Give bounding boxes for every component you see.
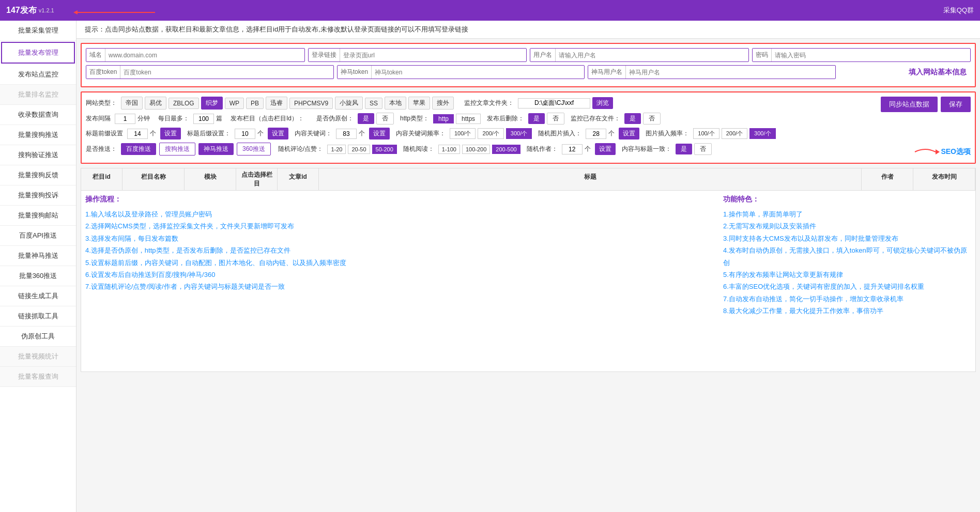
- sogou-push-btn[interactable]: 搜狗推送: [159, 143, 195, 156]
- shenma-user-input[interactable]: [626, 67, 835, 78]
- delete-yes-btn[interactable]: 是: [528, 113, 545, 124]
- password-label: 密码: [753, 49, 772, 61]
- feature-item-1: 1.操作简单，界面简单明了: [723, 208, 971, 220]
- browse-button[interactable]: 浏览: [592, 97, 613, 109]
- comment-50-200-btn[interactable]: 50-200: [372, 145, 397, 154]
- cms-pb[interactable]: PB: [246, 98, 264, 109]
- shenma-token-input[interactable]: [372, 67, 584, 78]
- col-publish-time: 发布时间: [913, 168, 975, 190]
- username-input[interactable]: [556, 50, 748, 61]
- img-freq-200-btn[interactable]: 200/个: [722, 128, 747, 139]
- keyword-set-btn[interactable]: 设置: [369, 128, 390, 139]
- title-prefix-input[interactable]: [127, 129, 148, 139]
- title-prefix-set-btn[interactable]: 设置: [160, 128, 181, 139]
- img-freq-100-btn[interactable]: 100/个: [693, 128, 719, 139]
- sidebar-item-link-grab[interactable]: 链接抓取工具: [0, 306, 76, 327]
- cms-zblog[interactable]: ZBLOG: [169, 98, 199, 109]
- fill-info-btn[interactable]: 填入网站基本信息: [839, 66, 971, 79]
- cms-xunrui[interactable]: 迅睿: [266, 97, 287, 110]
- comment-1-20-btn[interactable]: 1-20: [327, 145, 346, 154]
- keyword-input[interactable]: [336, 129, 357, 139]
- sidebar-item-sogou-verify[interactable]: 搜狗验证推送: [0, 145, 76, 165]
- daily-max-input[interactable]: [193, 114, 214, 124]
- sidebar-item-link-gen[interactable]: 链接生成工具: [0, 286, 76, 306]
- baidu-push-btn[interactable]: 百度推送: [121, 143, 156, 155]
- basic-info-row1: 域名 登录链接 用户名 密码: [86, 48, 971, 62]
- monitor-yes-btn[interactable]: 是: [624, 113, 641, 124]
- login-input[interactable]: [340, 50, 527, 61]
- sidebar-item-customer: 批量客服查询: [0, 367, 76, 387]
- shenma-user-label: 神马用户名: [588, 66, 626, 79]
- feature-item-6: 6.丰富的SEO优化选项，关键词有密度的加入，提升关键词排名权重: [723, 281, 971, 292]
- comment-20-50-btn[interactable]: 20-50: [348, 145, 370, 154]
- arrow-annotation: [72, 3, 165, 18]
- shenma-push-btn[interactable]: 神马推送: [198, 143, 234, 155]
- img-freq-300-btn[interactable]: 300/个: [749, 128, 775, 139]
- author-input[interactable]: [562, 144, 583, 154]
- monitor-no-btn[interactable]: 否: [643, 113, 661, 125]
- author-set-btn[interactable]: 设置: [595, 143, 616, 155]
- sidebar-item-monitor[interactable]: 发布站点监控: [0, 65, 76, 85]
- col-title: 标题: [319, 168, 862, 190]
- monitor-path-input[interactable]: [518, 98, 590, 108]
- sync-button[interactable]: 同步站点数据: [881, 97, 938, 112]
- baidu-token-field: 百度token: [86, 65, 334, 79]
- top-right-btns: 同步站点数据 保存: [881, 97, 971, 112]
- random-img-set-btn[interactable]: 设置: [619, 128, 639, 139]
- sidebar-item-sogou-push[interactable]: 批量搜狗推送: [0, 125, 76, 145]
- sidebar-item-pseudo[interactable]: 伪原创工具: [0, 327, 76, 347]
- cms-wp[interactable]: WP: [225, 98, 244, 109]
- sidebar-item-index[interactable]: 收录数据查询: [0, 105, 76, 125]
- monitor-label: 监控文章文件夹：: [464, 99, 514, 107]
- cms-ss[interactable]: SS: [365, 98, 382, 109]
- match-yes-btn[interactable]: 是: [676, 144, 692, 154]
- title-prefix-label: 标题前缀设置: [86, 129, 123, 138]
- sidebar-item-publish[interactable]: 批量发布管理: [1, 42, 75, 64]
- title-suffix-set-btn[interactable]: 设置: [268, 128, 288, 139]
- cms-local[interactable]: 本地: [385, 97, 406, 110]
- interval-input[interactable]: [115, 114, 135, 124]
- match-no-btn[interactable]: 否: [694, 143, 712, 155]
- keyword-label: 内容关键词：: [295, 129, 332, 138]
- sidebar-item-baidu-api[interactable]: 百度API推送: [0, 226, 76, 246]
- https-btn[interactable]: https: [456, 114, 481, 124]
- header-right-text[interactable]: 采集QQ群: [943, 6, 974, 15]
- cms-phpcmsv9[interactable]: PHPCMSV9: [289, 98, 333, 109]
- sidebar-item-sogou-feedback[interactable]: 批量搜狗反馈: [0, 165, 76, 185]
- keyword-freq-200-btn[interactable]: 200/个: [478, 128, 503, 139]
- sidebar-item-video: 批量视频统计: [0, 347, 76, 367]
- sidebar-item-collect[interactable]: 批量采集管理: [0, 21, 76, 41]
- delete-after-label: 发布后删除：: [487, 114, 524, 123]
- cms-dedecms[interactable]: 织梦: [201, 97, 223, 110]
- sidebar-item-sogou-complaint[interactable]: 批量搜狗投诉: [0, 185, 76, 206]
- push-360-btn[interactable]: 360推送: [237, 143, 271, 156]
- read-200-500-btn[interactable]: 200-500: [492, 145, 520, 154]
- author-unit: 个: [585, 145, 591, 153]
- cms-yiyou[interactable]: 易优: [145, 97, 166, 110]
- cms-empire[interactable]: 帝国: [121, 97, 143, 110]
- title-prefix-unit: 个: [150, 129, 156, 138]
- read-100-200-btn[interactable]: 100-200: [462, 145, 490, 154]
- cms-xiaoxuanfeng[interactable]: 小旋风: [335, 97, 363, 110]
- sidebar-item-sogou-mail[interactable]: 批量搜狗邮站: [0, 206, 76, 226]
- baidu-token-input[interactable]: [120, 67, 333, 78]
- read-1-100-btn[interactable]: 1-100: [438, 145, 460, 154]
- table-body: 操作流程： 1.输入域名以及登录路径，管理员账户密码 2.选择网站CMS类型，选…: [81, 191, 975, 371]
- sidebar-item-360[interactable]: 批量360推送: [0, 266, 76, 286]
- cms-apple[interactable]: 苹果: [408, 97, 430, 110]
- random-img-input[interactable]: [586, 129, 606, 139]
- domain-input[interactable]: [105, 50, 304, 61]
- http-btn[interactable]: http: [433, 114, 454, 123]
- title-suffix-input[interactable]: [235, 129, 255, 139]
- save-button[interactable]: 保存: [941, 97, 971, 112]
- fake-yes-btn[interactable]: 是: [358, 113, 374, 124]
- col-select-column: 点击选择栏目: [236, 168, 278, 190]
- password-input[interactable]: [772, 50, 971, 61]
- sidebar-item-shenma[interactable]: 批量神马推送: [0, 246, 76, 266]
- cms-souwai[interactable]: 搜外: [432, 97, 454, 110]
- fake-no-btn[interactable]: 否: [376, 113, 394, 125]
- keyword-freq-100-btn[interactable]: 100/个: [450, 128, 476, 139]
- keyword-freq-300-btn[interactable]: 300/个: [506, 128, 532, 139]
- delete-no-btn[interactable]: 否: [547, 113, 564, 125]
- col-column-id: 栏目id: [81, 168, 122, 190]
